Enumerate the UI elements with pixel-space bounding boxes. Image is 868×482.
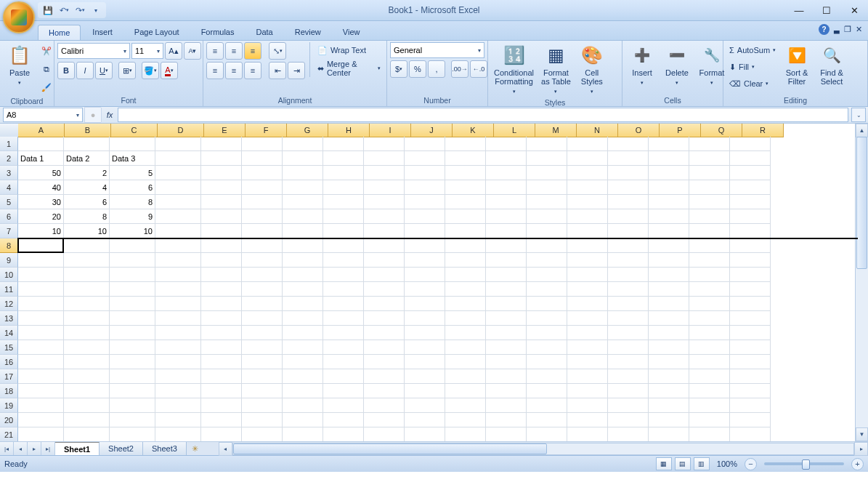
cell-A5[interactable]: 30	[18, 195, 64, 209]
cell-R14[interactable]	[730, 326, 771, 340]
cell-E19[interactable]	[201, 398, 242, 413]
cell-N21[interactable]	[567, 427, 608, 442]
cell-K2[interactable]	[445, 151, 486, 166]
italic-button[interactable]: I	[76, 62, 94, 79]
cell-R2[interactable]	[730, 151, 771, 166]
fx-button[interactable]: fx	[101, 108, 118, 122]
cell-G16[interactable]	[283, 355, 323, 369]
cell-N8[interactable]	[567, 238, 608, 253]
cell-O11[interactable]	[608, 282, 649, 297]
cell-I8[interactable]	[364, 238, 405, 253]
column-header-O[interactable]: O	[618, 124, 660, 137]
close-workbook-button[interactable]: ✕	[856, 25, 862, 34]
clear-button[interactable]: ⌫Clear▾	[726, 76, 779, 92]
formula-input[interactable]	[118, 108, 848, 122]
cell-G15[interactable]	[283, 340, 323, 355]
cell-O8[interactable]	[608, 238, 649, 253]
cell-P2[interactable]	[649, 151, 689, 166]
cell-Q5[interactable]	[689, 195, 730, 209]
decrease-indent-button[interactable]: ⇤	[269, 62, 286, 79]
cell-J15[interactable]	[405, 340, 445, 355]
cell-K6[interactable]	[445, 209, 486, 224]
orientation-button[interactable]: ⤡▾	[269, 42, 286, 60]
restore-window-button[interactable]: ❐	[844, 25, 851, 34]
cell-B11[interactable]	[64, 282, 110, 297]
cell-C19[interactable]	[110, 398, 155, 413]
cell-R6[interactable]	[730, 209, 771, 224]
cell-P11[interactable]	[649, 282, 689, 297]
cell-K13[interactable]	[445, 311, 486, 326]
cell-Q18[interactable]	[689, 384, 730, 398]
cell-J18[interactable]	[405, 384, 445, 398]
vertical-scrollbar[interactable]: ▲ ▼	[855, 124, 868, 441]
cell-A13[interactable]	[18, 311, 64, 326]
cell-R11[interactable]	[730, 282, 771, 297]
cell-M6[interactable]	[527, 209, 567, 224]
cell-G21[interactable]	[283, 427, 323, 442]
cell-M10[interactable]	[527, 268, 567, 282]
column-header-J[interactable]: J	[411, 124, 453, 137]
zoom-label[interactable]: 100%	[717, 459, 737, 468]
cell-Q1[interactable]	[689, 137, 730, 151]
cell-I3[interactable]	[364, 166, 405, 180]
cell-P15[interactable]	[649, 340, 689, 355]
cell-K7[interactable]	[445, 224, 486, 238]
cell-P10[interactable]	[649, 268, 689, 282]
cell-B13[interactable]	[64, 311, 110, 326]
row-header-13[interactable]: 13	[0, 311, 18, 326]
cell-L1[interactable]	[486, 137, 527, 151]
cell-B5[interactable]: 6	[64, 195, 110, 209]
office-button[interactable]	[3, 1, 35, 33]
cell-N11[interactable]	[567, 282, 608, 297]
cell-C11[interactable]	[110, 282, 155, 297]
cell-K17[interactable]	[445, 369, 486, 384]
select-all-corner[interactable]	[0, 124, 19, 137]
cell-K16[interactable]	[445, 355, 486, 369]
column-header-I[interactable]: I	[370, 124, 411, 137]
cell-R20[interactable]	[730, 413, 771, 427]
cell-R5[interactable]	[730, 195, 771, 209]
cell-D14[interactable]	[155, 326, 201, 340]
cell-B4[interactable]: 4	[64, 180, 110, 195]
sheet-tab-sheet3[interactable]: Sheet3	[143, 442, 187, 455]
zoom-in-button[interactable]: +	[851, 458, 864, 470]
cell-O21[interactable]	[608, 427, 649, 442]
cell-O3[interactable]	[608, 166, 649, 180]
column-header-G[interactable]: G	[287, 124, 328, 137]
cell-F6[interactable]	[242, 209, 283, 224]
cell-M17[interactable]	[527, 369, 567, 384]
cell-K18[interactable]	[445, 384, 486, 398]
cell-L21[interactable]	[486, 427, 527, 442]
cell-H21[interactable]	[323, 427, 364, 442]
cell-Q16[interactable]	[689, 355, 730, 369]
cell-A20[interactable]	[18, 413, 64, 427]
cell-E5[interactable]	[201, 195, 242, 209]
cell-A6[interactable]: 20	[18, 209, 64, 224]
cell-R3[interactable]	[730, 166, 771, 180]
align-left-button[interactable]: ≡	[206, 62, 224, 79]
cell-R19[interactable]	[730, 398, 771, 413]
cell-A12[interactable]	[18, 297, 64, 311]
cell-P21[interactable]	[649, 427, 689, 442]
cell-P17[interactable]	[649, 369, 689, 384]
increase-font-button[interactable]: A▴	[165, 42, 182, 60]
zoom-thumb[interactable]	[802, 459, 810, 470]
cell-B15[interactable]	[64, 340, 110, 355]
cell-L6[interactable]	[486, 209, 527, 224]
cell-M4[interactable]	[527, 180, 567, 195]
scroll-up-button[interactable]: ▲	[856, 124, 868, 137]
ribbon-tab-view[interactable]: View	[333, 25, 370, 40]
cell-Q3[interactable]	[689, 166, 730, 180]
cell-B14[interactable]	[64, 326, 110, 340]
cell-M16[interactable]	[527, 355, 567, 369]
help-button[interactable]: ?	[819, 24, 830, 35]
cell-A10[interactable]	[18, 268, 64, 282]
cell-H14[interactable]	[323, 326, 364, 340]
cell-L19[interactable]	[486, 398, 527, 413]
cell-D9[interactable]	[155, 253, 201, 268]
close-button[interactable]: ✕	[840, 2, 868, 18]
cell-F20[interactable]	[242, 413, 283, 427]
cell-B20[interactable]	[64, 413, 110, 427]
worksheet-grid[interactable]: ABCDEFGHIJKLMNOPQR 123456789101112131415…	[0, 124, 868, 441]
cell-Q20[interactable]	[689, 413, 730, 427]
